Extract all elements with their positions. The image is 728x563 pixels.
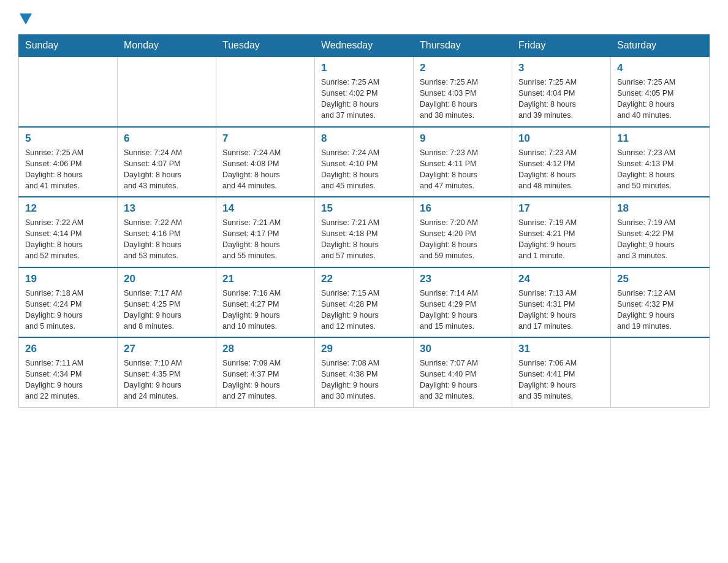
calendar-week-row: 12Sunrise: 7:22 AM Sunset: 4:14 PM Dayli… bbox=[19, 197, 710, 267]
day-info: Sunrise: 7:17 AM Sunset: 4:25 PM Dayligh… bbox=[124, 288, 210, 332]
day-number: 25 bbox=[617, 273, 703, 285]
day-number: 17 bbox=[518, 202, 604, 215]
weekday-header-tuesday: Tuesday bbox=[216, 35, 315, 57]
day-number: 1 bbox=[321, 62, 407, 74]
day-number: 11 bbox=[617, 132, 703, 145]
calendar-day-cell: 10Sunrise: 7:23 AM Sunset: 4:12 PM Dayli… bbox=[512, 127, 611, 197]
day-info: Sunrise: 7:23 AM Sunset: 4:13 PM Dayligh… bbox=[617, 147, 703, 192]
logo bbox=[18, 12, 33, 23]
day-info: Sunrise: 7:19 AM Sunset: 4:21 PM Dayligh… bbox=[518, 217, 604, 262]
calendar-day-cell: 6Sunrise: 7:24 AM Sunset: 4:07 PM Daylig… bbox=[118, 127, 216, 197]
day-number: 28 bbox=[222, 343, 308, 355]
day-info: Sunrise: 7:21 AM Sunset: 4:17 PM Dayligh… bbox=[222, 217, 308, 262]
weekday-header-saturday: Saturday bbox=[611, 35, 710, 57]
weekday-header-friday: Friday bbox=[512, 35, 611, 57]
day-info: Sunrise: 7:25 AM Sunset: 4:04 PM Dayligh… bbox=[518, 77, 604, 121]
weekday-header-row: SundayMondayTuesdayWednesdayThursdayFrid… bbox=[19, 35, 710, 57]
calendar-day-cell: 11Sunrise: 7:23 AM Sunset: 4:13 PM Dayli… bbox=[611, 127, 710, 197]
day-number: 22 bbox=[321, 273, 407, 285]
calendar-day-cell: 23Sunrise: 7:14 AM Sunset: 4:29 PM Dayli… bbox=[414, 267, 512, 338]
day-number: 19 bbox=[25, 273, 111, 285]
calendar-day-cell: 21Sunrise: 7:16 AM Sunset: 4:27 PM Dayli… bbox=[216, 267, 315, 338]
calendar-day-cell: 12Sunrise: 7:22 AM Sunset: 4:14 PM Dayli… bbox=[19, 197, 118, 267]
calendar-day-cell: 9Sunrise: 7:23 AM Sunset: 4:11 PM Daylig… bbox=[414, 127, 512, 197]
calendar-day-cell: 13Sunrise: 7:22 AM Sunset: 4:16 PM Dayli… bbox=[118, 197, 216, 267]
day-number: 31 bbox=[518, 343, 604, 355]
calendar-day-cell bbox=[118, 56, 216, 127]
day-info: Sunrise: 7:25 AM Sunset: 4:03 PM Dayligh… bbox=[420, 77, 506, 121]
day-info: Sunrise: 7:24 AM Sunset: 4:10 PM Dayligh… bbox=[321, 147, 407, 192]
day-info: Sunrise: 7:18 AM Sunset: 4:24 PM Dayligh… bbox=[25, 288, 111, 332]
day-number: 6 bbox=[124, 132, 210, 145]
day-info: Sunrise: 7:24 AM Sunset: 4:07 PM Dayligh… bbox=[124, 147, 210, 192]
weekday-header-monday: Monday bbox=[118, 35, 216, 57]
calendar-week-row: 26Sunrise: 7:11 AM Sunset: 4:34 PM Dayli… bbox=[19, 337, 710, 407]
calendar-day-cell: 28Sunrise: 7:09 AM Sunset: 4:37 PM Dayli… bbox=[216, 337, 315, 407]
calendar-week-row: 1Sunrise: 7:25 AM Sunset: 4:02 PM Daylig… bbox=[19, 56, 710, 127]
day-number: 7 bbox=[222, 132, 308, 145]
calendar-day-cell: 7Sunrise: 7:24 AM Sunset: 4:08 PM Daylig… bbox=[216, 127, 315, 197]
day-info: Sunrise: 7:25 AM Sunset: 4:05 PM Dayligh… bbox=[617, 77, 703, 121]
calendar-day-cell: 19Sunrise: 7:18 AM Sunset: 4:24 PM Dayli… bbox=[19, 267, 118, 338]
calendar-day-cell: 5Sunrise: 7:25 AM Sunset: 4:06 PM Daylig… bbox=[19, 127, 118, 197]
day-number: 23 bbox=[420, 273, 506, 285]
day-info: Sunrise: 7:15 AM Sunset: 4:28 PM Dayligh… bbox=[321, 288, 407, 332]
calendar-day-cell: 1Sunrise: 7:25 AM Sunset: 4:02 PM Daylig… bbox=[315, 56, 414, 127]
day-info: Sunrise: 7:19 AM Sunset: 4:22 PM Dayligh… bbox=[617, 217, 703, 262]
calendar-day-cell bbox=[216, 56, 315, 127]
calendar-day-cell: 29Sunrise: 7:08 AM Sunset: 4:38 PM Dayli… bbox=[315, 337, 414, 407]
logo-triangle-icon bbox=[20, 13, 32, 25]
calendar-day-cell: 2Sunrise: 7:25 AM Sunset: 4:03 PM Daylig… bbox=[414, 56, 512, 127]
weekday-header-thursday: Thursday bbox=[414, 35, 512, 57]
calendar-day-cell: 15Sunrise: 7:21 AM Sunset: 4:18 PM Dayli… bbox=[315, 197, 414, 267]
calendar-day-cell: 17Sunrise: 7:19 AM Sunset: 4:21 PM Dayli… bbox=[512, 197, 611, 267]
day-number: 13 bbox=[124, 202, 210, 215]
calendar-week-row: 5Sunrise: 7:25 AM Sunset: 4:06 PM Daylig… bbox=[19, 127, 710, 197]
day-number: 27 bbox=[124, 343, 210, 355]
calendar-table: SundayMondayTuesdayWednesdayThursdayFrid… bbox=[18, 34, 710, 408]
day-info: Sunrise: 7:25 AM Sunset: 4:06 PM Dayligh… bbox=[25, 147, 111, 192]
calendar-day-cell bbox=[611, 337, 710, 407]
calendar-day-cell bbox=[19, 56, 118, 127]
day-info: Sunrise: 7:21 AM Sunset: 4:18 PM Dayligh… bbox=[321, 217, 407, 262]
day-info: Sunrise: 7:14 AM Sunset: 4:29 PM Dayligh… bbox=[420, 288, 506, 332]
day-info: Sunrise: 7:13 AM Sunset: 4:31 PM Dayligh… bbox=[518, 288, 604, 332]
calendar-day-cell: 16Sunrise: 7:20 AM Sunset: 4:20 PM Dayli… bbox=[414, 197, 512, 267]
day-info: Sunrise: 7:08 AM Sunset: 4:38 PM Dayligh… bbox=[321, 358, 407, 402]
calendar-day-cell: 8Sunrise: 7:24 AM Sunset: 4:10 PM Daylig… bbox=[315, 127, 414, 197]
day-info: Sunrise: 7:25 AM Sunset: 4:02 PM Dayligh… bbox=[321, 77, 407, 121]
day-number: 2 bbox=[420, 62, 506, 74]
day-info: Sunrise: 7:06 AM Sunset: 4:41 PM Dayligh… bbox=[518, 358, 604, 402]
day-info: Sunrise: 7:16 AM Sunset: 4:27 PM Dayligh… bbox=[222, 288, 308, 332]
day-info: Sunrise: 7:22 AM Sunset: 4:14 PM Dayligh… bbox=[25, 217, 111, 262]
day-number: 26 bbox=[25, 343, 111, 355]
day-number: 20 bbox=[124, 273, 210, 285]
day-info: Sunrise: 7:23 AM Sunset: 4:11 PM Dayligh… bbox=[420, 147, 506, 192]
day-number: 10 bbox=[518, 132, 604, 145]
day-info: Sunrise: 7:07 AM Sunset: 4:40 PM Dayligh… bbox=[420, 358, 506, 402]
calendar-day-cell: 24Sunrise: 7:13 AM Sunset: 4:31 PM Dayli… bbox=[512, 267, 611, 338]
day-info: Sunrise: 7:23 AM Sunset: 4:12 PM Dayligh… bbox=[518, 147, 604, 192]
day-info: Sunrise: 7:24 AM Sunset: 4:08 PM Dayligh… bbox=[222, 147, 308, 192]
day-number: 9 bbox=[420, 132, 506, 145]
day-info: Sunrise: 7:20 AM Sunset: 4:20 PM Dayligh… bbox=[420, 217, 506, 262]
day-number: 30 bbox=[420, 343, 506, 355]
weekday-header-sunday: Sunday bbox=[19, 35, 118, 57]
day-number: 12 bbox=[25, 202, 111, 215]
calendar-day-cell: 22Sunrise: 7:15 AM Sunset: 4:28 PM Dayli… bbox=[315, 267, 414, 338]
calendar-day-cell: 3Sunrise: 7:25 AM Sunset: 4:04 PM Daylig… bbox=[512, 56, 611, 127]
calendar-day-cell: 4Sunrise: 7:25 AM Sunset: 4:05 PM Daylig… bbox=[611, 56, 710, 127]
day-info: Sunrise: 7:22 AM Sunset: 4:16 PM Dayligh… bbox=[124, 217, 210, 262]
day-number: 5 bbox=[25, 132, 111, 145]
day-info: Sunrise: 7:10 AM Sunset: 4:35 PM Dayligh… bbox=[124, 358, 210, 402]
day-number: 16 bbox=[420, 202, 506, 215]
day-number: 4 bbox=[617, 62, 703, 74]
day-info: Sunrise: 7:09 AM Sunset: 4:37 PM Dayligh… bbox=[222, 358, 308, 402]
calendar-day-cell: 31Sunrise: 7:06 AM Sunset: 4:41 PM Dayli… bbox=[512, 337, 611, 407]
calendar-day-cell: 14Sunrise: 7:21 AM Sunset: 4:17 PM Dayli… bbox=[216, 197, 315, 267]
weekday-header-wednesday: Wednesday bbox=[315, 35, 414, 57]
day-number: 14 bbox=[222, 202, 308, 215]
calendar-day-cell: 26Sunrise: 7:11 AM Sunset: 4:34 PM Dayli… bbox=[19, 337, 118, 407]
day-number: 8 bbox=[321, 132, 407, 145]
calendar-week-row: 19Sunrise: 7:18 AM Sunset: 4:24 PM Dayli… bbox=[19, 267, 710, 338]
